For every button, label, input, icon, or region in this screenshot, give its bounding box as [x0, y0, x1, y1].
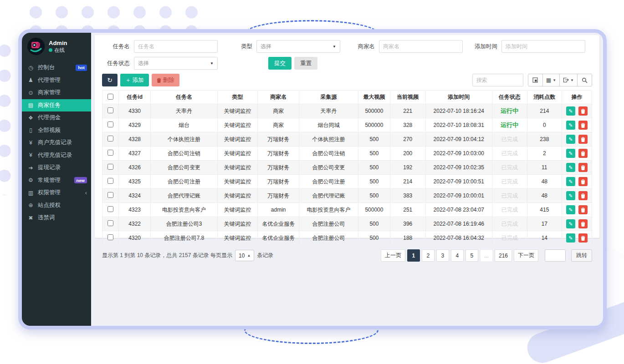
sidebar-item-label: 常规管理	[38, 177, 61, 184]
sidebar-item[interactable]: ▤ 商家任务	[22, 99, 91, 112]
cell-actions: ✎	[562, 132, 592, 147]
toolbar-right: ▦▼ ▼	[472, 74, 592, 86]
sidebar-item[interactable]: ⊙ 商家管理	[22, 86, 91, 99]
edit-row-button[interactable]: ✎	[566, 233, 575, 243]
cell-add-time: 2022-07-08 16:04:32	[425, 231, 492, 245]
delete-row-button[interactable]	[578, 233, 588, 243]
row-checkbox[interactable]	[107, 234, 113, 240]
row-checkbox[interactable]	[107, 136, 113, 142]
settings-icon: ⚙	[27, 177, 34, 183]
edit-row-button[interactable]: ✎	[566, 177, 575, 186]
page-button[interactable]: ...	[480, 249, 493, 262]
page-button[interactable]: 4	[451, 249, 464, 262]
cell-add-time: 2022-07-10 18:08:31	[425, 118, 492, 132]
cell-merchant: 万瑞财务	[257, 175, 299, 189]
trash-icon	[581, 193, 585, 198]
edit-row-button[interactable]: ✎	[566, 163, 575, 172]
filter-task-name: 任务名	[102, 40, 225, 53]
trash-icon	[581, 165, 585, 170]
delete-row-button[interactable]	[578, 191, 588, 200]
row-checkbox[interactable]	[107, 150, 113, 156]
merchant-input[interactable]	[379, 40, 463, 53]
page-button[interactable]: 1	[407, 249, 420, 262]
delete-row-button[interactable]	[578, 121, 588, 130]
task-status-select[interactable]: 选择 ▼	[134, 57, 218, 70]
cell-status: 已完成	[492, 217, 527, 231]
sidebar-item[interactable]: ✖ 违禁词	[22, 212, 91, 224]
cell-source: 电影投资意向客户	[299, 203, 358, 217]
edit-row-button[interactable]: ✎	[566, 191, 575, 200]
sidebar-item[interactable]: ❖ 代理佣金	[22, 111, 91, 124]
edit-row-button[interactable]: ✎	[566, 205, 575, 214]
next-page-button[interactable]: 下一页	[514, 249, 538, 262]
sidebar-item[interactable]: ⊕ 站点授权	[22, 199, 91, 212]
header-checkbox-cell	[102, 91, 119, 104]
task-name-input[interactable]	[134, 40, 218, 53]
refresh-button[interactable]: ↻	[102, 74, 118, 86]
jump-button[interactable]: 跳转	[571, 249, 592, 262]
page-size-select[interactable]: 10 ▲	[235, 250, 254, 261]
row-checkbox[interactable]	[107, 206, 113, 212]
sidebar-item[interactable]: ▥ 权限管理 ‹	[22, 187, 91, 199]
page-button[interactable]: 216	[495, 249, 512, 262]
page-button[interactable]: 3	[436, 249, 449, 262]
sidebar-item[interactable]: ¥ 代理充值记录	[22, 149, 91, 162]
edit-row-button[interactable]: ✎	[566, 219, 575, 228]
sidebar-item[interactable]: ¥ 商户充值记录	[22, 136, 91, 149]
add-button[interactable]: ＋添加	[120, 74, 149, 86]
status-badge: 已完成	[501, 136, 518, 142]
page-button[interactable]: 5	[465, 249, 478, 262]
cell-max-videos: 500	[358, 175, 390, 189]
jump-page-input[interactable]	[545, 249, 566, 262]
edit-row-button[interactable]: ✎	[566, 121, 575, 130]
reset-button[interactable]: 重置	[294, 57, 317, 70]
add-button-label: 添加	[133, 76, 144, 84]
cell-type: 关键词监控	[217, 189, 257, 203]
row-checkbox[interactable]	[107, 178, 113, 184]
merchant-recharge-icon: ¥	[27, 140, 34, 146]
select-all-checkbox[interactable]	[107, 94, 113, 100]
row-checkbox[interactable]	[107, 192, 113, 198]
sidebar-item[interactable]: ◷ 控制台 hot	[22, 61, 91, 74]
submit-button[interactable]: 提交	[268, 57, 292, 70]
delete-row-button[interactable]	[578, 177, 588, 186]
edit-row-button[interactable]: ✎	[566, 135, 575, 144]
row-checkbox[interactable]	[107, 220, 113, 226]
delete-row-button[interactable]	[578, 205, 588, 214]
cell-source: 合肥公司注销	[299, 147, 358, 161]
sidebar-item[interactable]: ⚙ 常规管理 new	[22, 174, 91, 187]
user-status-label: 在线	[54, 47, 65, 54]
add-time-input[interactable]	[501, 40, 585, 53]
cell-actions: ✎	[562, 203, 592, 217]
row-checkbox[interactable]	[107, 121, 113, 127]
row-checkbox[interactable]	[107, 164, 113, 170]
trash-icon	[157, 78, 161, 83]
delete-selected-button[interactable]: 删除	[152, 74, 179, 86]
delete-row-button[interactable]	[578, 149, 588, 158]
page-button[interactable]: 2	[422, 249, 435, 262]
delete-row-button[interactable]	[578, 135, 588, 144]
export-button[interactable]: ▼	[559, 74, 578, 86]
columns-button[interactable]: ▦▼	[542, 74, 560, 86]
prev-page-button[interactable]: 上一页	[381, 249, 405, 262]
edit-row-button[interactable]: ✎	[566, 106, 575, 116]
sidebar-item[interactable]: ➔ 提现记录	[22, 162, 91, 174]
cell-max-videos: 500	[358, 132, 390, 147]
cell-task-name: 个体执照注册	[151, 132, 218, 147]
search-input[interactable]	[472, 74, 523, 86]
row-checkbox[interactable]	[107, 107, 113, 113]
trash-icon	[581, 123, 585, 128]
table-row: 4326 合肥公司变更 关键词监控 万瑞财务 合肥公司变更 500 192 20…	[102, 161, 592, 175]
status-badge: 已完成	[501, 207, 518, 213]
pagination-toggle-button[interactable]	[528, 74, 543, 86]
edit-row-button[interactable]: ✎	[566, 149, 575, 158]
sidebar-item[interactable]: ♟ 代理管理	[22, 74, 91, 87]
content-card: 任务名 类型 选择 ▼ 商家名 添加时间	[95, 35, 599, 238]
sidebar-item[interactable]: ▯ 全部视频	[22, 124, 91, 137]
search-toggle-button[interactable]	[577, 74, 592, 86]
delete-row-button[interactable]	[578, 219, 588, 228]
table-toolbar: ↻ ＋添加 删除 ▦▼	[102, 74, 592, 86]
delete-row-button[interactable]	[578, 163, 588, 172]
delete-row-button[interactable]	[578, 106, 588, 116]
type-select[interactable]: 选择 ▼	[256, 40, 340, 53]
